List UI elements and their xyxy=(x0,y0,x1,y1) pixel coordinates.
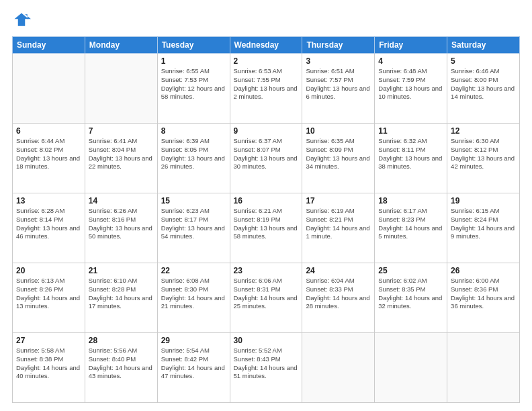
calendar-week-4: 27Sunrise: 5:58 AM Sunset: 8:38 PM Dayli… xyxy=(13,333,520,403)
day-info: Sunrise: 6:55 AM Sunset: 7:53 PM Dayligh… xyxy=(161,67,226,101)
calendar-cell: 15Sunrise: 6:23 AM Sunset: 8:17 PM Dayli… xyxy=(157,193,230,263)
day-info: Sunrise: 6:35 AM Sunset: 8:09 PM Dayligh… xyxy=(306,137,371,171)
calendar-cell: 6Sunrise: 6:44 AM Sunset: 8:02 PM Daylig… xyxy=(13,124,85,193)
calendar-week-3: 20Sunrise: 6:13 AM Sunset: 8:26 PM Dayli… xyxy=(13,263,520,333)
day-number: 2 xyxy=(234,56,299,66)
day-number: 20 xyxy=(16,266,81,275)
weekday-header-tuesday: Tuesday xyxy=(157,37,230,54)
day-number: 5 xyxy=(451,56,516,66)
calendar-week-0: 1Sunrise: 6:55 AM Sunset: 7:53 PM Daylig… xyxy=(13,54,520,124)
calendar-cell xyxy=(447,333,520,403)
day-number: 6 xyxy=(16,126,81,136)
day-number: 9 xyxy=(234,126,299,136)
day-info: Sunrise: 6:19 AM Sunset: 8:21 PM Dayligh… xyxy=(306,207,371,241)
day-number: 29 xyxy=(161,336,226,345)
calendar-cell: 24Sunrise: 6:04 AM Sunset: 8:33 PM Dayli… xyxy=(302,263,375,333)
day-number: 17 xyxy=(306,196,371,205)
day-number: 10 xyxy=(306,126,371,136)
weekday-row: SundayMondayTuesdayWednesdayThursdayFrid… xyxy=(13,37,520,54)
weekday-header-wednesday: Wednesday xyxy=(230,37,302,54)
day-info: Sunrise: 6:00 AM Sunset: 8:36 PM Dayligh… xyxy=(451,277,516,311)
day-info: Sunrise: 6:08 AM Sunset: 8:30 PM Dayligh… xyxy=(161,277,226,311)
calendar-cell: 18Sunrise: 6:17 AM Sunset: 8:23 PM Dayli… xyxy=(375,193,447,263)
day-info: Sunrise: 6:13 AM Sunset: 8:26 PM Dayligh… xyxy=(16,277,81,311)
day-number: 22 xyxy=(161,266,226,275)
day-info: Sunrise: 6:30 AM Sunset: 8:12 PM Dayligh… xyxy=(451,137,516,171)
calendar-cell: 9Sunrise: 6:37 AM Sunset: 8:07 PM Daylig… xyxy=(230,124,302,193)
calendar-cell: 23Sunrise: 6:06 AM Sunset: 8:31 PM Dayli… xyxy=(230,263,302,333)
calendar-cell: 12Sunrise: 6:30 AM Sunset: 8:12 PM Dayli… xyxy=(447,124,520,193)
weekday-header-thursday: Thursday xyxy=(302,37,375,54)
day-info: Sunrise: 6:46 AM Sunset: 8:00 PM Dayligh… xyxy=(451,67,516,101)
calendar-week-1: 6Sunrise: 6:44 AM Sunset: 8:02 PM Daylig… xyxy=(13,124,520,193)
day-info: Sunrise: 5:54 AM Sunset: 8:42 PM Dayligh… xyxy=(161,347,226,381)
weekday-header-friday: Friday xyxy=(375,37,447,54)
calendar: SundayMondayTuesdayWednesdayThursdayFrid… xyxy=(12,36,520,403)
day-info: Sunrise: 6:37 AM Sunset: 8:07 PM Dayligh… xyxy=(234,137,299,171)
day-info: Sunrise: 5:56 AM Sunset: 8:40 PM Dayligh… xyxy=(89,347,154,381)
day-number: 14 xyxy=(89,196,154,205)
calendar-cell: 21Sunrise: 6:10 AM Sunset: 8:28 PM Dayli… xyxy=(85,263,157,333)
calendar-cell: 29Sunrise: 5:54 AM Sunset: 8:42 PM Dayli… xyxy=(157,333,230,403)
day-info: Sunrise: 6:51 AM Sunset: 7:57 PM Dayligh… xyxy=(306,67,371,101)
calendar-cell: 11Sunrise: 6:32 AM Sunset: 8:11 PM Dayli… xyxy=(375,124,447,193)
day-info: Sunrise: 6:32 AM Sunset: 8:11 PM Dayligh… xyxy=(378,137,443,171)
day-number: 16 xyxy=(234,196,299,205)
day-number: 15 xyxy=(161,196,226,205)
calendar-cell: 13Sunrise: 6:28 AM Sunset: 8:14 PM Dayli… xyxy=(13,193,85,263)
day-info: Sunrise: 6:10 AM Sunset: 8:28 PM Dayligh… xyxy=(89,277,154,311)
weekday-header-monday: Monday xyxy=(85,37,157,54)
day-number: 12 xyxy=(451,126,516,136)
calendar-cell: 19Sunrise: 6:15 AM Sunset: 8:24 PM Dayli… xyxy=(447,193,520,263)
calendar-cell xyxy=(13,54,85,124)
day-info: Sunrise: 6:48 AM Sunset: 7:59 PM Dayligh… xyxy=(378,67,443,101)
day-number: 19 xyxy=(451,196,516,205)
day-number: 1 xyxy=(161,56,226,66)
calendar-cell: 2Sunrise: 6:53 AM Sunset: 7:55 PM Daylig… xyxy=(230,54,302,124)
calendar-week-2: 13Sunrise: 6:28 AM Sunset: 8:14 PM Dayli… xyxy=(13,193,520,263)
calendar-body: 1Sunrise: 6:55 AM Sunset: 7:53 PM Daylig… xyxy=(13,54,520,403)
calendar-cell: 30Sunrise: 5:52 AM Sunset: 8:43 PM Dayli… xyxy=(230,333,302,403)
day-number: 28 xyxy=(89,336,154,345)
calendar-cell: 26Sunrise: 6:00 AM Sunset: 8:36 PM Dayli… xyxy=(447,263,520,333)
day-number: 23 xyxy=(234,266,299,275)
calendar-cell: 17Sunrise: 6:19 AM Sunset: 8:21 PM Dayli… xyxy=(302,193,375,263)
day-info: Sunrise: 6:06 AM Sunset: 8:31 PM Dayligh… xyxy=(234,277,299,311)
day-info: Sunrise: 6:04 AM Sunset: 8:33 PM Dayligh… xyxy=(306,277,371,311)
day-number: 3 xyxy=(306,56,371,66)
day-info: Sunrise: 6:15 AM Sunset: 8:24 PM Dayligh… xyxy=(451,207,516,241)
page: SundayMondayTuesdayWednesdayThursdayFrid… xyxy=(0,0,532,411)
day-number: 27 xyxy=(16,336,81,345)
calendar-cell: 3Sunrise: 6:51 AM Sunset: 7:57 PM Daylig… xyxy=(302,54,375,124)
logo xyxy=(12,11,34,30)
calendar-cell: 7Sunrise: 6:41 AM Sunset: 8:04 PM Daylig… xyxy=(85,124,157,193)
calendar-cell: 22Sunrise: 6:08 AM Sunset: 8:30 PM Dayli… xyxy=(157,263,230,333)
day-info: Sunrise: 6:39 AM Sunset: 8:05 PM Dayligh… xyxy=(161,137,226,171)
day-info: Sunrise: 6:28 AM Sunset: 8:14 PM Dayligh… xyxy=(16,207,81,241)
day-info: Sunrise: 5:52 AM Sunset: 8:43 PM Dayligh… xyxy=(234,347,299,381)
day-number: 21 xyxy=(89,266,154,275)
calendar-header: SundayMondayTuesdayWednesdayThursdayFrid… xyxy=(13,37,520,54)
calendar-cell xyxy=(375,333,447,403)
logo-icon xyxy=(12,11,31,30)
day-number: 30 xyxy=(234,336,299,345)
day-info: Sunrise: 6:44 AM Sunset: 8:02 PM Dayligh… xyxy=(16,137,81,171)
calendar-cell: 27Sunrise: 5:58 AM Sunset: 8:38 PM Dayli… xyxy=(13,333,85,403)
calendar-cell: 16Sunrise: 6:21 AM Sunset: 8:19 PM Dayli… xyxy=(230,193,302,263)
day-number: 4 xyxy=(378,56,443,66)
day-info: Sunrise: 6:17 AM Sunset: 8:23 PM Dayligh… xyxy=(378,207,443,241)
day-number: 7 xyxy=(89,126,154,136)
calendar-cell xyxy=(85,54,157,124)
day-number: 25 xyxy=(378,266,443,275)
calendar-cell: 5Sunrise: 6:46 AM Sunset: 8:00 PM Daylig… xyxy=(447,54,520,124)
day-number: 13 xyxy=(16,196,81,205)
day-number: 11 xyxy=(378,126,443,136)
day-number: 18 xyxy=(378,196,443,205)
day-info: Sunrise: 6:21 AM Sunset: 8:19 PM Dayligh… xyxy=(234,207,299,241)
day-info: Sunrise: 6:41 AM Sunset: 8:04 PM Dayligh… xyxy=(89,137,154,171)
day-info: Sunrise: 5:58 AM Sunset: 8:38 PM Dayligh… xyxy=(16,347,81,381)
calendar-cell: 1Sunrise: 6:55 AM Sunset: 7:53 PM Daylig… xyxy=(157,54,230,124)
day-number: 26 xyxy=(451,266,516,275)
day-number: 8 xyxy=(161,126,226,136)
calendar-cell: 4Sunrise: 6:48 AM Sunset: 7:59 PM Daylig… xyxy=(375,54,447,124)
